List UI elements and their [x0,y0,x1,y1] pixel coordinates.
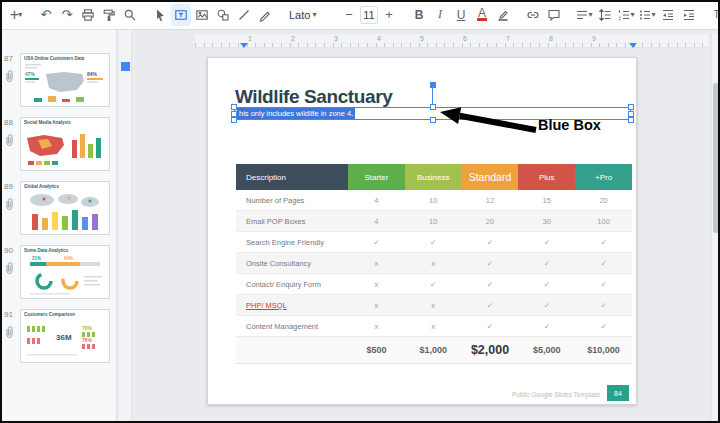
table-row: Email POP Boxes 4 10 20 30 100 [236,211,632,232]
paperclip-icon [4,197,15,216]
chevron-down-icon: ▾ [651,10,655,19]
table-row: Content Management x x ✓ ✓ ✓ [236,316,632,337]
font-family-selector[interactable]: Lato ▾ [285,9,329,21]
resize-handle-middle-left[interactable] [231,111,237,117]
insert-comment-button[interactable] [544,4,564,26]
filmstrip-slot: 89 Global Analytics [0,181,117,241]
thumbnail-87-preview: 47% 84% [24,62,108,106]
header-standard: Standard [462,164,519,190]
left-indent-marker[interactable] [240,43,248,48]
bulleted-list-icon [638,8,652,22]
table-row: Number of Pages 4 10 12 15 20 [236,190,632,211]
resize-handle-middle-right[interactable] [628,111,634,117]
table-row: Search Engine Friendly ✓ ✓ ✓ ✓ ✓ [236,232,632,253]
slide-thumbnail-88[interactable]: Social Media Analysis [20,117,110,171]
underline-button[interactable]: U [451,4,471,26]
slide-thumbnail-91[interactable]: Customers Comparison 36M 70% 76% [20,309,110,363]
slide-number: 88 [4,118,13,127]
resize-handle-top-right[interactable] [628,104,634,110]
bold-button[interactable]: B [409,4,429,26]
select-tool-button[interactable] [150,4,170,26]
rotation-handle-line [432,87,434,105]
header-pro: +Pro [575,164,632,190]
print-button[interactable] [78,4,98,26]
slide-footer-text: Public Google Slides Template [512,391,600,398]
filmstrip-slot: 87 USA Online Customers Data 47% 84% [0,53,117,113]
bulleted-list-button[interactable]: ▾ [637,4,657,26]
decrease-font-size-button[interactable]: − [339,4,359,26]
svg-text:21%: 21% [32,256,41,261]
redo-button[interactable]: ↷ [57,4,77,26]
slide-canvas[interactable]: Wildlife Sanctuary his only includes wil… [207,57,637,405]
line-icon [237,8,251,22]
align-button[interactable]: ▾ [574,4,594,26]
filmstrip-slot: 88 Social Media Analysis [0,117,117,177]
italic-button[interactable]: I [430,4,450,26]
new-slide-button[interactable]: + ▾ [6,4,26,26]
annotation-label: Blue Box [538,117,601,133]
paperclip-icon [4,261,15,280]
header-business: Business [405,164,462,190]
line-spacing-button[interactable] [595,4,615,26]
slide-title[interactable]: Wildlife Sanctuary [235,87,392,107]
paint-format-button[interactable] [99,4,119,26]
vertical-ruler [119,30,132,423]
vertical-ruler-marker [121,62,130,71]
slide-number: 91 [4,310,13,319]
highlight-color-button[interactable] [493,4,513,26]
decrease-indent-button[interactable] [658,4,678,26]
scrollbar-thumb[interactable] [713,83,719,233]
header-starter: Starter [348,164,405,190]
slide-filmstrip: 87 USA Online Customers Data 47% 84% 88 [0,30,117,423]
font-size-input[interactable]: 11 [360,6,378,24]
text-box-tool-button[interactable] [171,4,191,26]
increase-indent-button[interactable] [679,4,699,26]
align-icon [575,8,589,22]
font-family-value: Lato [289,9,310,21]
svg-text:84%: 84% [87,71,98,77]
insert-shape-button[interactable] [213,4,233,26]
text-color-icon: A [477,8,487,21]
chevron-down-icon: ▾ [18,10,22,19]
slide-thumbnail-87[interactable]: USA Online Customers Data 47% 84% [20,53,110,107]
right-indent-marker[interactable] [629,43,637,48]
comment-icon [547,8,561,22]
pen-tool-button[interactable] [255,4,275,26]
svg-text:36M: 36M [56,333,72,342]
numbered-list-button[interactable]: ▾ [616,4,636,26]
rotation-handle[interactable] [430,82,436,88]
resize-handle-top-left[interactable] [231,104,237,110]
insert-link-button[interactable] [523,4,543,26]
insert-line-button[interactable] [234,4,254,26]
redo-icon: ↷ [62,8,73,21]
insert-image-button[interactable] [192,4,212,26]
slide-thumbnail-90[interactable]: Some Data Analytics 21% 64% [20,245,110,299]
text-color-button[interactable]: A [472,4,492,26]
increase-font-size-button[interactable]: + [379,4,399,26]
resize-handle-top-middle[interactable] [430,104,436,110]
undo-icon: ↶ [41,8,52,21]
undo-button[interactable]: ↶ [36,4,56,26]
minus-icon: − [345,8,353,21]
zoom-button[interactable] [120,4,140,26]
vertical-scrollbar[interactable] [711,33,720,423]
svg-text:64%: 64% [64,256,73,261]
pricing-table[interactable]: Description Starter Business Standard Pl… [236,164,632,364]
canvas-area[interactable]: 1 2 3 4 5 6 7 8 9 Wildlife Sanctuary his… [117,30,720,423]
resize-handle-bottom-middle[interactable] [430,117,436,123]
resize-handle-bottom-right[interactable] [628,117,634,123]
slide-thumbnail-89[interactable]: Global Analytics [20,181,110,235]
svg-text:70%: 70% [82,325,93,331]
slide-number: 90 [4,246,13,255]
line-spacing-icon [598,8,612,22]
clear-formatting-button[interactable]: Tx [709,4,720,26]
chevron-down-icon: ▾ [630,10,634,19]
table-row: PHP/ MSQL x x ✓ ✓ ✓ [236,295,632,316]
selected-text[interactable]: his only includes wildlife in zone 4. [237,108,355,119]
table-price-row: $500 $1,000 $2,000 $5,000 $10,000 [236,337,632,364]
cursor-icon [153,8,167,22]
slide-number: 87 [4,54,13,63]
table-header-row: Description Starter Business Standard Pl… [236,164,632,190]
text-box-icon [174,8,188,22]
resize-handle-bottom-left[interactable] [231,117,237,123]
